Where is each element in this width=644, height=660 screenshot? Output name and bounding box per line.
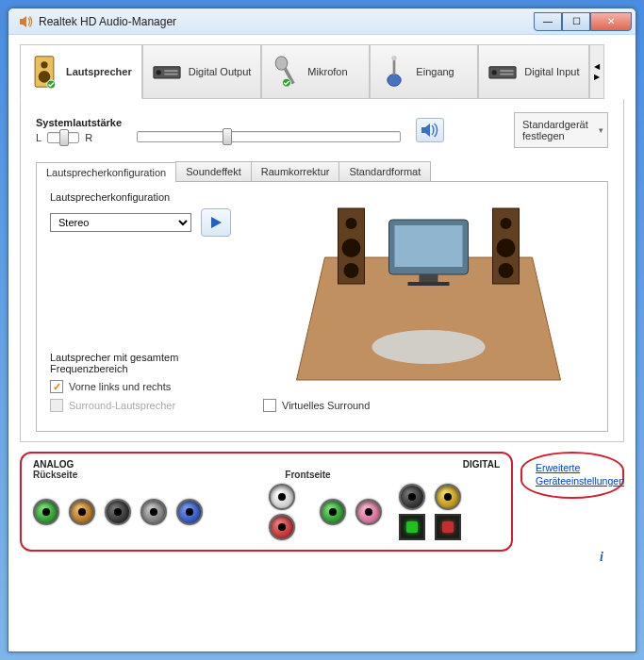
connector-panel: ANALOG Rückseite Frontseite DIGITAL bbox=[20, 452, 513, 552]
jack-rear-orange[interactable] bbox=[69, 499, 95, 525]
analog-heading: ANALOG bbox=[33, 459, 77, 470]
svg-point-17 bbox=[372, 330, 486, 364]
maximize-button[interactable]: ☐ bbox=[562, 12, 590, 31]
receiver-in-icon bbox=[488, 55, 517, 89]
digital-heading: DIGITAL bbox=[463, 459, 500, 470]
microphone-icon bbox=[272, 55, 300, 89]
svg-rect-6 bbox=[164, 70, 177, 72]
room-3d-icon bbox=[263, 191, 594, 389]
chevron-left-icon: ◀ bbox=[594, 62, 600, 71]
volume-slider[interactable] bbox=[137, 131, 401, 142]
svg-rect-27 bbox=[395, 225, 463, 267]
tab-digital-output[interactable]: Digital Output bbox=[142, 44, 262, 99]
svg-rect-15 bbox=[501, 74, 514, 75]
input-device-icon bbox=[380, 55, 408, 89]
jack-rear-gray[interactable] bbox=[140, 499, 167, 525]
window-title: Realtek HD Audio-Manager bbox=[39, 15, 534, 28]
svg-point-11 bbox=[392, 56, 397, 60]
svg-point-10 bbox=[388, 74, 401, 87]
virtual-surround-label: Virtuelles Surround bbox=[282, 400, 370, 411]
minimize-button[interactable]: — bbox=[534, 12, 562, 31]
advanced-settings-highlight: Erweiterte Geräteeinstellungen bbox=[520, 452, 624, 499]
freq-group-title: Lautsprecher mit gesamtem Frequenzbereic… bbox=[50, 352, 248, 374]
tab-microphone-label: Mikrofon bbox=[307, 66, 347, 77]
jack-front-red[interactable] bbox=[269, 514, 295, 540]
default-device-label: Standardgerät festlegen bbox=[522, 119, 588, 141]
svg-point-20 bbox=[342, 239, 361, 257]
svg-point-21 bbox=[344, 263, 359, 278]
svg-rect-29 bbox=[408, 282, 450, 286]
default-device-dropdown[interactable]: Standardgerät festlegen bbox=[514, 112, 608, 148]
front-label: Frontseite bbox=[285, 470, 330, 480]
client-area: Lautsprecher Digital Output Mikrofon Ein… bbox=[8, 35, 636, 652]
svg-rect-14 bbox=[501, 70, 514, 72]
chk-surround-label: Surround-Lautsprecher bbox=[69, 400, 175, 411]
jack-rear-black[interactable] bbox=[105, 499, 131, 525]
tab-digital-input-label: Digital Input bbox=[524, 66, 579, 77]
info-icon[interactable]: i bbox=[600, 550, 615, 565]
balance-left-label: L bbox=[36, 132, 41, 143]
tab-speakers-label: Lautsprecher bbox=[66, 66, 132, 77]
close-button[interactable]: ✕ bbox=[590, 12, 632, 31]
jack-rear-blue[interactable] bbox=[176, 499, 203, 525]
balance-slider[interactable] bbox=[47, 132, 79, 143]
jack-digital-coax-in[interactable] bbox=[435, 484, 461, 510]
chk-virtual-surround[interactable]: Virtuelles Surround bbox=[263, 399, 370, 412]
mute-button[interactable] bbox=[416, 118, 444, 142]
tab-scroll-buttons[interactable]: ◀ ▶ bbox=[589, 44, 604, 99]
jack-rear-green[interactable] bbox=[33, 499, 59, 525]
optical-in[interactable] bbox=[435, 514, 461, 540]
svg-point-1 bbox=[41, 61, 47, 68]
svg-point-5 bbox=[156, 70, 160, 74]
speaker-config-label: Lautsprecherkonfiguration bbox=[50, 191, 248, 203]
cfg-tab-speaker[interactable]: Lautsprecherkonfiguration bbox=[36, 162, 176, 182]
config-tabs: Lautsprecherkonfiguration Soundeffekt Ra… bbox=[36, 161, 608, 181]
chk-front-lr-label: Vorne links und rechts bbox=[69, 381, 171, 392]
speaker-device-icon bbox=[30, 55, 58, 89]
tab-speakers[interactable]: Lautsprecher bbox=[20, 44, 142, 99]
app-window: Realtek HD Audio-Manager — ☐ ✕ Lautsprec… bbox=[8, 8, 636, 652]
device-tabs: Lautsprecher Digital Output Mikrofon Ein… bbox=[20, 44, 624, 99]
room-visualization: Virtuelles Surround bbox=[263, 191, 594, 418]
titlebar[interactable]: Realtek HD Audio-Manager — ☐ ✕ bbox=[8, 8, 636, 35]
checkbox-icon bbox=[263, 399, 276, 412]
chk-surround: Surround-Lautsprecher bbox=[50, 399, 248, 412]
test-play-button[interactable] bbox=[201, 208, 231, 237]
advanced-device-settings-link[interactable]: Erweiterte Geräteeinstellungen bbox=[536, 462, 624, 487]
config-page: Lautsprecherkonfiguration Stereo Lautspr… bbox=[36, 181, 608, 432]
svg-point-24 bbox=[497, 239, 516, 257]
tab-microphone[interactable]: Mikrofon bbox=[261, 44, 370, 99]
cfg-tab-roomcorrection[interactable]: Raumkorrektur bbox=[251, 161, 340, 181]
svg-point-13 bbox=[492, 70, 497, 74]
rear-label: Rückseite bbox=[33, 470, 77, 480]
svg-point-19 bbox=[346, 218, 357, 229]
chevron-right-icon: ▶ bbox=[594, 73, 600, 81]
system-volume-label: Systemlautstärke bbox=[36, 117, 122, 128]
jack-digital-coax-out[interactable] bbox=[399, 484, 425, 510]
svg-point-23 bbox=[501, 218, 512, 229]
speaker-config-select[interactable]: Stereo bbox=[50, 213, 191, 232]
jack-front-green[interactable] bbox=[320, 499, 346, 525]
checkbox-disabled-icon bbox=[50, 399, 63, 412]
tab-digital-input[interactable]: Digital Input bbox=[478, 44, 589, 99]
optical-out[interactable] bbox=[399, 514, 425, 540]
svg-rect-7 bbox=[164, 74, 177, 75]
balance-right-label: R bbox=[85, 132, 92, 143]
svg-rect-28 bbox=[420, 274, 438, 282]
bottom-panel: ANALOG Rückseite Frontseite DIGITAL bbox=[20, 452, 624, 552]
tab-digital-output-label: Digital Output bbox=[189, 66, 252, 77]
jack-front-white[interactable] bbox=[269, 484, 295, 510]
main-panel: Systemlautstärke L R Standardgerät festl… bbox=[20, 99, 624, 442]
cfg-tab-defaultformat[interactable]: Standardformat bbox=[339, 161, 431, 181]
receiver-icon bbox=[153, 55, 181, 89]
tab-input[interactable]: Eingang bbox=[370, 44, 478, 99]
tab-input-label: Eingang bbox=[416, 66, 454, 77]
cfg-tab-soundeffect[interactable]: Soundeffekt bbox=[175, 161, 252, 181]
jack-front-pink[interactable] bbox=[355, 499, 382, 525]
svg-point-25 bbox=[499, 263, 514, 278]
checkbox-checked-icon bbox=[50, 380, 63, 393]
play-icon bbox=[208, 215, 223, 230]
speaker-icon bbox=[18, 14, 33, 29]
volume-icon bbox=[421, 122, 439, 139]
chk-front-lr[interactable]: Vorne links und rechts bbox=[50, 380, 248, 393]
